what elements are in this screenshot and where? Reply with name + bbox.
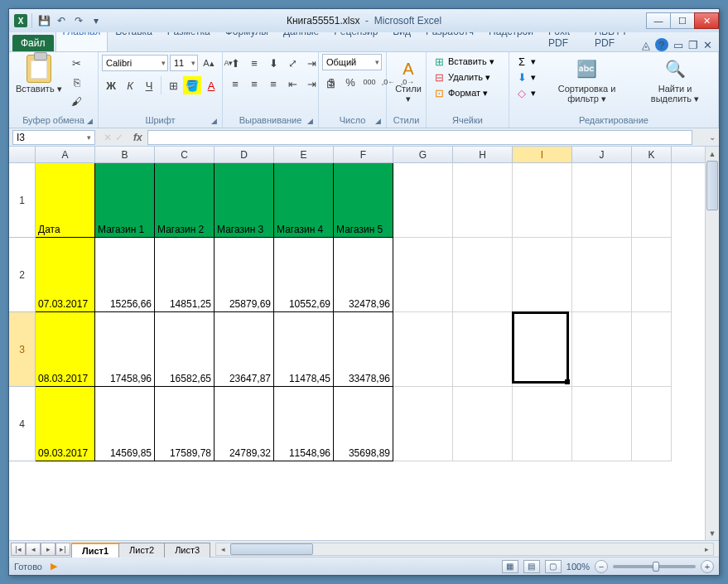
delete-cells-button[interactable]: ⊟Удалить ▾: [430, 70, 497, 84]
sheet-tab-Лист1[interactable]: Лист1: [71, 543, 119, 557]
cell-C1[interactable]: Магазин 2: [155, 163, 215, 238]
cell-J1[interactable]: [572, 163, 632, 238]
underline-button[interactable]: Ч: [140, 76, 158, 94]
fill-color-button[interactable]: 🪣: [183, 76, 201, 94]
redo-button[interactable]: ↷: [71, 13, 86, 28]
cell-G3[interactable]: [393, 312, 453, 387]
column-header-D[interactable]: D: [215, 147, 274, 162]
page-break-view-button[interactable]: ▢: [545, 560, 562, 573]
fill-button[interactable]: ⬇▾: [513, 70, 538, 84]
cell-C3[interactable]: 16582,65: [155, 312, 215, 387]
sheet-tab-Лист2[interactable]: Лист2: [118, 543, 165, 557]
file-tab[interactable]: Файл: [12, 35, 54, 51]
autosum-button[interactable]: Σ▾: [513, 54, 538, 69]
cell-F1[interactable]: Магазин 5: [334, 163, 393, 238]
cell-G2[interactable]: [393, 238, 453, 312]
cell-H4[interactable]: [453, 387, 513, 461]
cell-E3[interactable]: 11478,45: [274, 312, 334, 387]
cell-K4[interactable]: [632, 387, 672, 461]
grow-font-button[interactable]: A▴: [200, 54, 218, 72]
qat-customize[interactable]: ▾: [89, 13, 104, 28]
first-sheet-button[interactable]: |◂: [11, 543, 26, 556]
number-format-combo[interactable]: Общий: [322, 54, 382, 70]
cell-D1[interactable]: Магазин 3: [215, 163, 274, 238]
cell-C4[interactable]: 17589,78: [155, 387, 215, 461]
copy-button[interactable]: ⎘: [68, 73, 86, 91]
cell-I3[interactable]: [513, 312, 572, 387]
scroll-thumb[interactable]: [706, 161, 718, 210]
styles-button[interactable]: A Стили ▾: [390, 54, 427, 105]
expand-formula-bar[interactable]: ⌄: [706, 133, 719, 142]
last-sheet-button[interactable]: ▸|: [55, 543, 70, 556]
select-all-corner[interactable]: [9, 147, 36, 163]
sort-filter-button[interactable]: 🔤 Сортировка и фильтр ▾: [541, 54, 633, 105]
align-left-button[interactable]: ≡: [226, 75, 244, 93]
cell-J2[interactable]: [572, 238, 632, 312]
cell-A4[interactable]: 09.03.2017: [36, 387, 95, 461]
cell-F3[interactable]: 33478,96: [334, 312, 393, 387]
format-cells-button[interactable]: ⊡Формат ▾: [430, 85, 497, 100]
cell-J4[interactable]: [572, 387, 632, 461]
enter-formula-icon[interactable]: ✓: [115, 132, 123, 143]
column-header-K[interactable]: K: [632, 147, 672, 162]
cell-A3[interactable]: 08.03.2017: [36, 312, 95, 387]
cell-E1[interactable]: Магазин 4: [274, 163, 334, 238]
insert-cells-button[interactable]: ⊞Вставить ▾: [430, 54, 497, 69]
paste-button[interactable]: Вставить ▾: [12, 54, 65, 95]
cell-H3[interactable]: [453, 312, 513, 387]
italic-button[interactable]: К: [121, 76, 139, 94]
save-button[interactable]: 💾: [36, 13, 51, 28]
cell-K2[interactable]: [632, 238, 672, 312]
formula-input[interactable]: [147, 130, 692, 145]
cell-C2[interactable]: 14851,25: [155, 238, 215, 312]
cell-E4[interactable]: 11548,96: [274, 387, 334, 461]
row-header-4[interactable]: 4: [9, 387, 36, 461]
currency-button[interactable]: $: [322, 73, 340, 91]
normal-view-button[interactable]: ▦: [502, 560, 518, 573]
row-header-3[interactable]: 3: [9, 312, 36, 387]
align-right-button[interactable]: ≡: [264, 75, 282, 93]
cell-B2[interactable]: 15256,66: [95, 238, 155, 312]
border-button[interactable]: ⊞: [164, 76, 182, 94]
cell-K1[interactable]: [632, 163, 672, 238]
column-header-J[interactable]: J: [572, 147, 632, 162]
scroll-down-button[interactable]: ▼: [706, 526, 719, 540]
cell-D2[interactable]: 25879,69: [215, 238, 274, 312]
cell-B3[interactable]: 17458,96: [95, 312, 155, 387]
column-header-G[interactable]: G: [393, 147, 453, 162]
minimize-button[interactable]: —: [646, 12, 671, 29]
column-header-I[interactable]: I: [513, 147, 572, 162]
orientation-button[interactable]: ⤢: [283, 54, 301, 72]
cell-D4[interactable]: 24789,32: [215, 387, 274, 461]
row-header-2[interactable]: 2: [9, 238, 36, 312]
cell-H2[interactable]: [453, 238, 513, 312]
column-header-H[interactable]: H: [453, 147, 513, 162]
font-color-button[interactable]: A: [202, 76, 220, 94]
align-middle-button[interactable]: ≡: [245, 54, 263, 72]
undo-button[interactable]: ↶: [54, 13, 69, 28]
align-bottom-button[interactable]: ⬇: [264, 54, 282, 72]
wrap-text-button[interactable]: ⇥: [302, 54, 321, 72]
cell-D3[interactable]: 23647,87: [215, 312, 274, 387]
scroll-right-button[interactable]: ▸: [700, 545, 713, 553]
window-min-icon[interactable]: ▭: [673, 39, 683, 51]
column-header-A[interactable]: A: [36, 147, 95, 162]
find-select-button[interactable]: 🔍 Найти и выделить ▾: [635, 54, 715, 105]
maximize-button[interactable]: ☐: [670, 12, 695, 29]
hscroll-thumb[interactable]: [230, 543, 313, 555]
cell-I2[interactable]: [513, 238, 572, 312]
cell-G4[interactable]: [393, 387, 453, 461]
scroll-up-button[interactable]: ▲: [706, 147, 719, 161]
vertical-scrollbar[interactable]: ▲ ▼: [705, 147, 719, 540]
column-header-C[interactable]: C: [155, 147, 215, 162]
clear-button[interactable]: ◇▾: [513, 85, 538, 100]
column-header-E[interactable]: E: [274, 147, 334, 162]
increase-indent-button[interactable]: ⇥: [302, 75, 321, 93]
prev-sheet-button[interactable]: ◂: [26, 543, 41, 556]
zoom-in-button[interactable]: +: [701, 560, 714, 573]
bold-button[interactable]: Ж: [102, 76, 120, 94]
cell-F4[interactable]: 35698,89: [334, 387, 393, 461]
cancel-formula-icon[interactable]: ✕: [104, 132, 112, 143]
cell-A2[interactable]: 07.03.2017: [36, 238, 95, 312]
cell-F2[interactable]: 32478,96: [334, 238, 393, 312]
